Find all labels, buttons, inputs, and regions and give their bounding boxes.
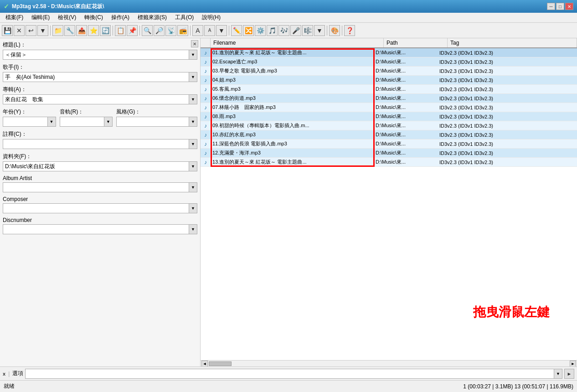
year-input[interactable] <box>3 117 48 127</box>
music-icon: ♪ <box>201 113 211 120</box>
col-header-tag[interactable]: Tag <box>448 38 577 47</box>
table-row[interactable]: ♪12.充滿愛・海洋.mp3D:\Music\來...ID3v2.3 (ID3v… <box>201 149 577 158</box>
close-button[interactable]: ✕ <box>565 3 573 10</box>
composer-input[interactable] <box>3 203 189 213</box>
folder-dropdown-btn[interactable]: ▼ <box>189 161 197 171</box>
col-header-path[interactable]: Path <box>384 38 448 47</box>
tag-sources-button[interactable]: 🔍 <box>142 25 153 36</box>
music-icon: ♪ <box>201 49 211 57</box>
table-row[interactable]: ♪11.深藍色的長浪 電影插入曲.mp3D:\Music\來...ID3v2.3… <box>201 139 577 149</box>
track-dropdown-btn[interactable]: ▼ <box>104 117 113 127</box>
discnumber-input[interactable] <box>3 224 189 234</box>
album-input[interactable] <box>3 94 189 104</box>
scrollbar-track <box>209 361 569 366</box>
color-button[interactable]: 🎨 <box>329 25 340 36</box>
actions-button[interactable]: ⚙️ <box>255 25 266 36</box>
left-panel-close-button[interactable]: ✕ <box>191 40 198 47</box>
composer-dropdown-btn[interactable]: ▼ <box>189 203 197 213</box>
table-row[interactable]: ♪13.進別的夏天～來 紅花坂～ 電影主題曲...D:\Music\來...ID… <box>201 158 577 167</box>
title-input[interactable] <box>3 50 189 60</box>
table-row[interactable]: ♪04.姐.mp3D:\Music\來...ID3v2.3 (ID3v1 ID3… <box>201 76 577 85</box>
menu-item-s[interactable]: 標籤來源(S) <box>134 13 170 22</box>
table-row[interactable]: ♪10.赤紅的水底.mp3D:\Music\來...ID3v2.3 (ID3v1… <box>201 130 577 139</box>
export-button[interactable]: 📤 <box>76 25 87 36</box>
track-input[interactable] <box>60 117 105 127</box>
help-button[interactable]: ❓ <box>344 25 355 36</box>
genre-input[interactable] <box>116 117 189 127</box>
open-folder-button[interactable]: 📁 <box>52 25 63 36</box>
table-row[interactable]: ♪02.Escape逃亡.mp3D:\Music\來...ID3v2.3 (ID… <box>201 57 577 67</box>
scroll-left-button[interactable]: ◄ <box>201 361 208 367</box>
discnumber-dropdown-btn[interactable]: ▼ <box>189 224 197 234</box>
table-row[interactable]: ♪01.進別的夏天～來 紅花坂～ 電影主題曲...D:\Music\來...ID… <box>201 48 577 57</box>
font-small-button[interactable]: A <box>204 25 215 36</box>
menu-item-e[interactable]: 编輯(E) <box>28 13 53 22</box>
filter-dropdown-btn[interactable]: ▼ <box>554 369 562 379</box>
table-row[interactable]: ♪06.懷念的街道.mp3D:\Music\來...ID3v2.3 (ID3v1… <box>201 94 577 103</box>
file-tag-cell: ID3v2.3 (ID3v1 ID3v2.3) <box>438 68 577 74</box>
scroll-right-button[interactable]: ► <box>570 361 576 367</box>
composer-field-group: Composer ▼ <box>3 196 197 213</box>
edit-button[interactable]: ✏️ <box>231 25 242 36</box>
comment-input[interactable] <box>3 139 189 149</box>
filter-clear-button[interactable]: x <box>3 371 5 377</box>
track-field-group: 音軌(R)： ▼ <box>60 108 113 127</box>
table-row[interactable]: ♪09.初甜的時候（專輯版本）電影插入曲.m...D:\Music\來...ID… <box>201 121 577 130</box>
album-label: 專輯(A)： <box>3 86 197 93</box>
genre-dropdown-btn[interactable]: ▼ <box>189 117 197 127</box>
save-button[interactable]: 💾 <box>2 25 13 36</box>
tag-sources-2-button[interactable]: 🔎 <box>154 25 165 36</box>
menu-item-a[interactable]: 操作(A) <box>108 13 133 22</box>
col-header-icon[interactable] <box>201 38 211 47</box>
undo-button[interactable]: ↩ <box>26 25 36 36</box>
menu-item-c[interactable]: 轉換(C) <box>81 13 107 22</box>
album-artist-dropdown-btn[interactable]: ▼ <box>189 182 197 192</box>
file-path-cell: D:\Music\來... <box>374 149 438 157</box>
minimize-button[interactable]: ─ <box>547 3 555 10</box>
tag-sources-4-button[interactable]: 📻 <box>177 25 188 36</box>
main-layout: ✕ 標題(L)： ▼ 歌手(I)： ▼ 專輯(A)： ▼ <box>0 38 577 366</box>
table-row[interactable]: ♪05.客風.mp3D:\Music\來...ID3v2.3 (ID3v1 ID… <box>201 85 577 94</box>
menu-item-o[interactable]: 工具(O) <box>171 13 197 22</box>
delete-button[interactable]: ✕ <box>14 25 25 36</box>
comment-dropdown-btn[interactable]: ▼ <box>189 139 197 149</box>
menu-item-h[interactable]: 說明(H) <box>198 13 224 22</box>
folder-input-wrap: ▼ <box>3 161 197 171</box>
copy-button[interactable]: 📋 <box>115 25 126 36</box>
paste-button[interactable]: 📌 <box>127 25 138 36</box>
filter-input[interactable] <box>25 369 554 379</box>
file-path-cell: D:\Music\來... <box>374 131 438 139</box>
convert-button[interactable]: 🔀 <box>243 25 254 36</box>
actions-4-button[interactable]: 🎤 <box>290 25 301 36</box>
horizontal-scrollbar[interactable]: ◄ ► <box>201 360 577 366</box>
options-dropdown[interactable]: ▼ <box>314 25 325 36</box>
tag-sources-3-button[interactable]: 📡 <box>165 25 176 36</box>
file-list-body[interactable]: ♪01.進別的夏天～來 紅花坂～ 電影主題曲...D:\Music\來...ID… <box>201 48 577 360</box>
table-row[interactable]: ♪08.雨.mp3D:\Music\來...ID3v2.3 (ID3v1 ID3… <box>201 112 577 121</box>
menu-item-v[interactable]: 檢視(V) <box>54 13 80 22</box>
font-dropdown[interactable]: ▼ <box>216 25 227 36</box>
table-row[interactable]: ♪07.林蔭小路 固家的路.mp3D:\Music\來...ID3v2.3 (I… <box>201 103 577 112</box>
actions-5-button[interactable]: 🎼 <box>302 25 313 36</box>
album-dropdown-btn[interactable]: ▼ <box>189 94 197 104</box>
filter-go-button[interactable]: ► <box>564 369 574 379</box>
scrollbar-thumb[interactable] <box>209 361 232 366</box>
actions-3-button[interactable]: 🎶 <box>278 25 289 36</box>
artist-input[interactable] <box>3 72 189 82</box>
refresh-button[interactable]: 🔄 <box>100 25 111 36</box>
file-name-cell: 13.進別的夏天～來 紅花坂～ 電影主題曲... <box>211 158 374 166</box>
actions-2-button[interactable]: 🎵 <box>267 25 278 36</box>
font-big-button[interactable]: A <box>192 25 203 36</box>
title-dropdown-btn[interactable]: ▼ <box>189 50 197 60</box>
tools-button[interactable]: 🔧 <box>64 25 75 36</box>
folder-input[interactable] <box>3 161 189 171</box>
favorite-button[interactable]: ⭐ <box>88 25 99 36</box>
artist-dropdown-btn[interactable]: ▼ <box>189 72 197 82</box>
album-artist-input[interactable] <box>3 182 189 192</box>
menu-item-f[interactable]: 檔案(F) <box>2 13 27 22</box>
maximize-button[interactable]: □ <box>556 3 564 10</box>
undo-dropdown[interactable]: ▼ <box>37 25 48 36</box>
year-dropdown-btn[interactable]: ▼ <box>48 117 56 127</box>
col-header-filename[interactable]: Filename <box>211 38 384 47</box>
table-row[interactable]: ♪03.早餐之歌 電影插入曲.mp3D:\Music\來...ID3v2.3 (… <box>201 67 577 76</box>
